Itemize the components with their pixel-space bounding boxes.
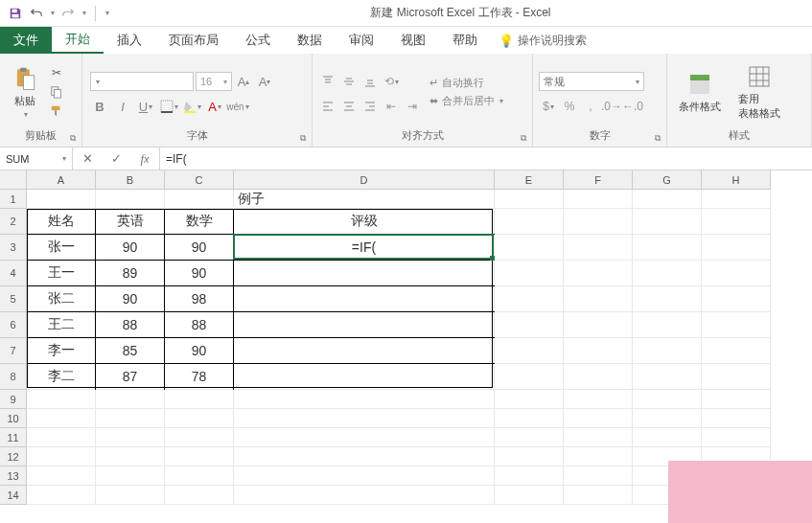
align-center-icon[interactable] — [339, 97, 359, 116]
increase-decimal-icon[interactable]: .0→ — [602, 97, 621, 116]
cell-C4[interactable]: 90 — [165, 261, 234, 286]
cell-E10[interactable] — [495, 409, 564, 428]
cell-E12[interactable] — [495, 447, 564, 466]
row-header-1[interactable]: 1 — [0, 190, 27, 209]
insert-function-button[interactable]: fx — [130, 151, 159, 167]
alignment-launcher[interactable]: ⧉ — [521, 133, 526, 144]
cell-A12[interactable] — [27, 447, 96, 466]
name-box[interactable]: SUM▾ — [0, 148, 73, 170]
cell-D6[interactable] — [234, 312, 495, 338]
underline-button[interactable]: U▾ — [136, 97, 155, 116]
cell-C12[interactable] — [165, 447, 234, 466]
cell-E1[interactable] — [495, 190, 564, 209]
undo-dropdown[interactable]: ▾ — [51, 9, 55, 17]
row-header-10[interactable]: 10 — [0, 409, 27, 428]
row-header-2[interactable]: 2 — [0, 209, 27, 235]
cell-F1[interactable] — [564, 190, 633, 209]
cell-F8[interactable] — [564, 364, 633, 390]
cell-D10[interactable] — [234, 409, 495, 428]
cell-F2[interactable] — [564, 209, 633, 235]
cell-H8[interactable] — [702, 364, 771, 390]
cell-H4[interactable] — [702, 261, 771, 286]
row-header-5[interactable]: 5 — [0, 286, 27, 312]
cell-B7[interactable]: 85 — [96, 338, 165, 364]
redo-dropdown[interactable]: ▾ — [82, 9, 86, 17]
tab-help[interactable]: 帮助 — [439, 27, 491, 54]
col-header-G[interactable]: G — [633, 171, 702, 190]
row-header-3[interactable]: 3 — [0, 235, 27, 261]
cell-A1[interactable] — [27, 190, 96, 209]
cell-E9[interactable] — [495, 390, 564, 409]
row-header-13[interactable]: 13 — [0, 466, 27, 486]
cell-F11[interactable] — [564, 428, 633, 447]
align-top-icon[interactable] — [318, 72, 337, 91]
cell-B8[interactable]: 87 — [96, 364, 165, 390]
cell-A3[interactable]: 张一 — [27, 235, 96, 261]
phonetic-button[interactable]: wén▾ — [228, 97, 247, 116]
cell-H2[interactable] — [702, 209, 771, 235]
clipboard-launcher[interactable]: ⧉ — [70, 133, 76, 144]
cell-D3[interactable]: =IF( — [234, 235, 495, 261]
cell-G9[interactable] — [633, 390, 702, 409]
font-color-button[interactable]: A▾ — [205, 97, 224, 116]
cell-B1[interactable] — [96, 190, 165, 209]
increase-font-icon[interactable]: A▴ — [234, 72, 253, 91]
cell-A7[interactable]: 李一 — [27, 338, 96, 364]
cell-H3[interactable] — [702, 235, 771, 261]
paste-button[interactable]: 粘贴 ▾ — [6, 63, 44, 121]
format-painter-icon[interactable] — [48, 103, 65, 119]
cell-H9[interactable] — [702, 390, 771, 409]
cell-G2[interactable] — [633, 209, 702, 235]
cell-G6[interactable] — [633, 312, 702, 338]
align-bottom-icon[interactable] — [360, 72, 380, 91]
percent-format-icon[interactable]: % — [560, 97, 579, 116]
col-header-C[interactable]: C — [165, 171, 234, 190]
cell-B4[interactable]: 89 — [96, 261, 165, 286]
copy-icon[interactable] — [48, 84, 65, 100]
paste-dropdown[interactable]: ▾ — [24, 110, 28, 119]
cell-E11[interactable] — [495, 428, 564, 447]
cell-D7[interactable] — [234, 338, 495, 364]
cell-D2[interactable]: 评级 — [234, 209, 495, 235]
cell-C7[interactable]: 90 — [165, 338, 234, 364]
cell-H10[interactable] — [702, 409, 771, 428]
cell-F10[interactable] — [564, 409, 633, 428]
cell-C2[interactable]: 数学 — [165, 209, 234, 235]
cut-icon[interactable]: ✂ — [48, 65, 65, 80]
row-header-6[interactable]: 6 — [0, 312, 27, 338]
align-right-icon[interactable] — [360, 97, 380, 116]
cell-E7[interactable] — [495, 338, 564, 364]
cell-C14[interactable] — [165, 486, 234, 505]
border-button[interactable]: ▾ — [159, 97, 178, 116]
tab-formulas[interactable]: 公式 — [232, 27, 284, 54]
col-header-D[interactable]: D — [234, 171, 495, 190]
cell-C8[interactable]: 78 — [165, 364, 234, 390]
cell-G11[interactable] — [633, 428, 702, 447]
cell-D1[interactable]: 例子 — [234, 190, 495, 209]
cell-E6[interactable] — [495, 312, 564, 338]
wrap-text-button[interactable]: ↵自动换行 — [429, 76, 503, 90]
cell-B6[interactable]: 88 — [96, 312, 165, 338]
font-launcher[interactable]: ⧉ — [300, 133, 306, 144]
row-header-12[interactable]: 12 — [0, 447, 27, 466]
cell-C11[interactable] — [165, 428, 234, 447]
bold-button[interactable]: B — [90, 97, 109, 116]
cell-D14[interactable] — [234, 486, 495, 505]
cell-C9[interactable] — [165, 390, 234, 409]
cell-C1[interactable] — [165, 190, 234, 209]
cell-C3[interactable]: 90 — [165, 235, 234, 261]
cell-A11[interactable] — [27, 428, 96, 447]
row-header-9[interactable]: 9 — [0, 390, 27, 409]
save-icon[interactable] — [8, 6, 23, 21]
fill-color-button[interactable]: ▾ — [182, 97, 201, 116]
cell-H7[interactable] — [702, 338, 771, 364]
cell-D5[interactable] — [234, 286, 495, 312]
cell-C6[interactable]: 88 — [165, 312, 234, 338]
cell-A13[interactable] — [27, 466, 96, 486]
cell-A6[interactable]: 王二 — [27, 312, 96, 338]
cell-E3[interactable] — [495, 235, 564, 261]
cell-G10[interactable] — [633, 409, 702, 428]
increase-indent-icon[interactable]: ⇥ — [403, 97, 422, 116]
cell-F12[interactable] — [564, 447, 633, 466]
tab-review[interactable]: 审阅 — [336, 27, 387, 54]
